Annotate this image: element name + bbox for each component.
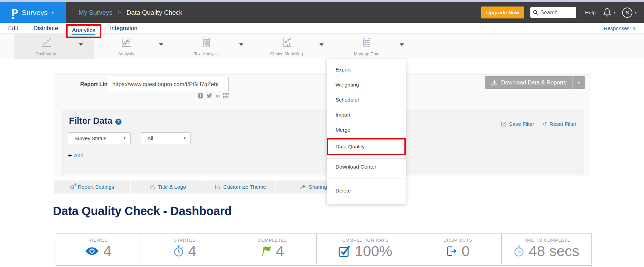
facebook-icon[interactable]: f [198,93,203,98]
tab-analytics[interactable]: Analytics [72,27,95,35]
qr-code-icon[interactable] [223,93,229,98]
stopwatch-icon [514,245,524,257]
search-input[interactable] [540,10,573,16]
plus-icon: + [68,152,72,159]
analysis-dropdown-caret[interactable] [159,43,163,46]
gears-icon: ⚙ [70,184,74,190]
toolbar-item-choice-modelling[interactable]: Choice Modelling [254,34,334,59]
help-link[interactable]: Help [585,10,596,15]
toolbar-item-manage-data[interactable]: Manage Data [334,34,415,59]
title-logo-button[interactable]: Title & Logo [131,181,205,193]
menu-item-data-quality[interactable]: Data Quality [327,138,406,155]
menu-item-download-center[interactable]: Download Center [327,159,406,175]
report-panel: Report Link f in Download Data & Reports… [54,74,590,176]
report-actions-bar: ⚙ Report Settings Title & Logo Customize… [54,181,366,193]
toolbar-label: Text Analysis [174,52,239,56]
reset-icon: ↺ [542,121,547,127]
report-settings-button[interactable]: ⚙ Report Settings [54,181,130,193]
toolbar-label: Choice Modelling [254,52,319,56]
choice-modelling-chart-icon [281,37,292,48]
download-data-reports-button[interactable]: Download Data & Reports ▼ [485,76,585,89]
checkbox-icon [339,245,350,257]
save-filter-link[interactable]: Save Filter [501,121,534,127]
toolbar-label: Dashboard [14,52,78,56]
line-chart-icon [40,37,52,48]
stopwatch-icon [173,245,184,257]
breadcrumb-separator: > [118,10,121,16]
survey-stats-table: VIEWED 4 STARTED 4 COMPLETED 4 COMPLETIO… [56,233,592,264]
responses-count: Responses: 4 [604,25,635,31]
menu-item-delete[interactable]: Delete [327,183,406,198]
text-analysis-dropdown-caret[interactable] [239,43,243,46]
edit-icon [501,121,506,127]
filter-value-select[interactable]: All ▼ [141,132,191,144]
edit-icon [149,184,155,190]
toolbar-item-text-analysis[interactable]: Text Analysis [174,34,254,59]
menu-divider [327,178,406,178]
customize-theme-button[interactable]: Customize Theme [205,181,275,193]
download-options-caret[interactable]: ▼ [572,76,585,89]
breadcrumb-current-survey: Data Quality Check [127,9,183,16]
share-icons-row: f in [190,93,229,98]
questionpro-logo-icon: P [12,8,18,18]
filter-field-select[interactable]: Survey Status ▼ [68,132,131,144]
tab-integration[interactable]: Integration [110,25,137,32]
report-link-label: Report Link [80,81,111,88]
flag-icon [261,245,272,257]
share-icon [300,185,306,190]
stat-completed: COMPLETED 4 [229,234,317,264]
manage-data-dropdown-caret[interactable] [400,43,404,46]
upgrade-now-button[interactable]: Upgrade Now [481,6,525,18]
stat-started: STARTED 4 [141,234,229,264]
analytics-highlight-box: Analytics [66,24,101,38]
breadcrumb-my-surveys[interactable]: My Surveys [78,9,112,16]
chevron-down-icon: ▼ [183,136,186,140]
menu-item-weighting[interactable]: Weighting [327,77,406,92]
manage-data-dropdown-menu: Export Weighting Scheduler Import Merge … [327,59,406,204]
stat-viewed: VIEWED 4 [56,234,141,264]
tab-edit[interactable]: Edit [8,25,18,32]
newspaper-icon [202,37,211,48]
dashboard-dropdown-caret[interactable] [79,43,83,46]
multi-line-chart-icon [120,37,132,48]
chevron-down-icon: ▼ [123,136,126,140]
chevron-down-icon: ▼ [613,11,616,14]
twitter-icon[interactable] [206,93,212,98]
tab-distribute[interactable]: Distribute [33,25,58,32]
edit-icon [215,184,220,190]
account-menu-button[interactable]: S ▼ [622,8,637,18]
next-section-edge [56,265,592,267]
survey-tab-bar: Edit Distribute Analytics Integration Re… [0,23,644,34]
stat-time-to-complete: TIME TO COMPLETE 48 secs [502,234,591,264]
stat-completion-rate: COMPLETION RATE 100% [317,234,414,264]
help-question-icon[interactable]: ? [115,119,121,125]
notifications-button[interactable]: ▼ [603,8,616,17]
menu-item-scheduler[interactable]: Scheduler [327,92,406,107]
exit-icon [446,245,457,257]
eye-icon [85,247,99,255]
chevron-down-icon: ▼ [51,11,54,14]
product-name: Surveys [22,9,48,17]
menu-item-merge[interactable]: Merge [327,122,406,137]
page-title: Data Quality Check - Dashboard [53,204,232,218]
avatar: S [622,8,632,18]
search-box[interactable] [530,7,576,18]
search-icon [533,10,538,15]
database-icon [362,37,372,48]
menu-item-export[interactable]: Export [327,62,406,77]
download-icon [491,80,498,85]
report-link-input[interactable] [108,77,229,91]
app-header: P Surveys ▼ My Surveys > Data Quality Ch… [0,2,644,23]
reset-filter-link[interactable]: ↺ Reset Filter [542,121,576,127]
menu-item-import[interactable]: Import [327,107,406,122]
stat-drop-outs: DROP OUTS 0 [414,234,502,264]
download-button-label: Download Data & Reports [501,79,566,86]
toolbar-item-analysis[interactable]: Analysis [94,34,174,59]
linkedin-icon[interactable]: in [216,93,220,98]
toolbar-label: Analysis [94,52,158,56]
chevron-down-icon: ▼ [634,11,637,14]
choice-modelling-dropdown-caret[interactable] [319,43,324,46]
product-switcher[interactable]: P Surveys ▼ [0,2,66,23]
bell-icon [603,8,611,17]
add-filter-link[interactable]: + Add [68,152,83,159]
